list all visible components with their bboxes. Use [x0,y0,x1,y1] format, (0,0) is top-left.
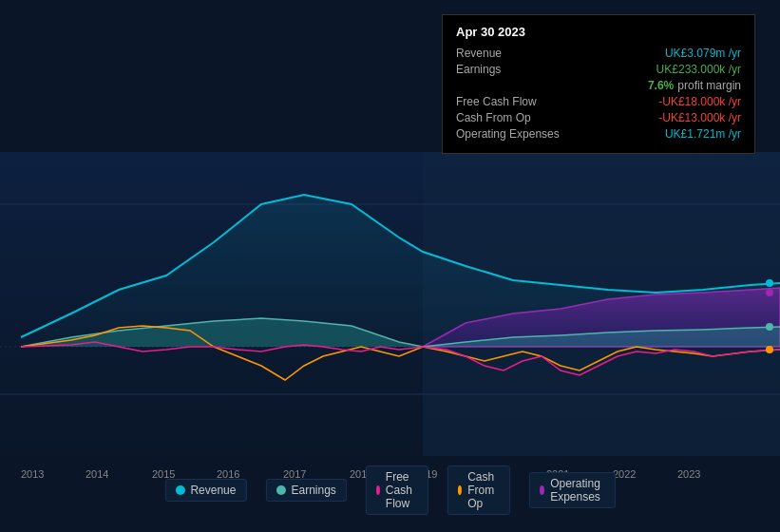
tooltip-row-fcf: Free Cash Flow -UK£18.000k /yr [456,95,741,108]
tooltip-profit-margin-label: profit margin [677,79,741,92]
legend-label-opex: Operating Expenses [550,477,604,504]
legend-label-earnings: Earnings [291,484,335,497]
tooltip-row-profit-margin: 7.6% profit margin [456,79,741,92]
tooltip-label-cfo: Cash From Op [456,111,561,124]
tooltip-value-earnings: UK£233.000k /yr [656,63,741,76]
legend-label-cfo: Cash From Op [467,470,500,510]
tooltip-value-opex: UK£1.721m /yr [665,127,741,141]
chart-legend: Revenue Earnings Free Cash Flow Cash Fro… [164,466,615,515]
svg-point-8 [766,289,773,296]
tooltip-profit-margin-value: 7.6% [648,79,674,92]
legend-dot-fcf [376,485,380,495]
tooltip-row-revenue: Revenue UK£3.079m /yr [456,47,741,60]
svg-point-5 [766,279,773,287]
tooltip-row-opex: Operating Expenses UK£1.721m /yr [456,127,741,141]
legend-dot-earnings [276,485,285,495]
x-label-2014: 2014 [86,468,108,480]
legend-dot-opex [540,485,544,495]
tooltip-value-fcf: -UK£18.000k /yr [658,95,741,108]
tooltip-box: Apr 30 2023 Revenue UK£3.079m /yr Earnin… [442,14,755,154]
tooltip-title: Apr 30 2023 [456,25,741,39]
legend-item-cfo[interactable]: Cash From Op [447,466,510,515]
legend-label-fcf: Free Cash Flow [386,470,418,510]
legend-label-revenue: Revenue [190,484,236,497]
chart-svg [0,152,780,456]
tooltip-value-revenue: UK£3.079m /yr [665,47,741,60]
tooltip-label-fcf: Free Cash Flow [456,95,561,108]
tooltip-label-earnings: Earnings [456,63,561,76]
tooltip-row-cfo: Cash From Op -UK£13.000k /yr [456,111,741,124]
x-label-2023: 2023 [677,468,700,480]
tooltip-row-earnings: Earnings UK£233.000k /yr [456,63,741,76]
tooltip-value-cfo: -UK£13.000k /yr [658,111,741,124]
legend-item-earnings[interactable]: Earnings [265,479,346,502]
svg-point-6 [766,323,773,331]
x-label-2022: 2022 [613,468,636,480]
tooltip-label-revenue: Revenue [456,47,561,60]
x-label-2013: 2013 [21,468,44,480]
svg-point-7 [766,346,773,353]
legend-item-fcf[interactable]: Free Cash Flow [366,466,428,515]
legend-dot-cfo [458,485,462,495]
tooltip-label-opex: Operating Expenses [456,127,561,141]
legend-dot-revenue [175,485,184,495]
legend-item-revenue[interactable]: Revenue [164,479,246,502]
legend-item-opex[interactable]: Operating Expenses [529,472,616,508]
chart-container: Apr 30 2023 Revenue UK£3.079m /yr Earnin… [0,0,780,532]
